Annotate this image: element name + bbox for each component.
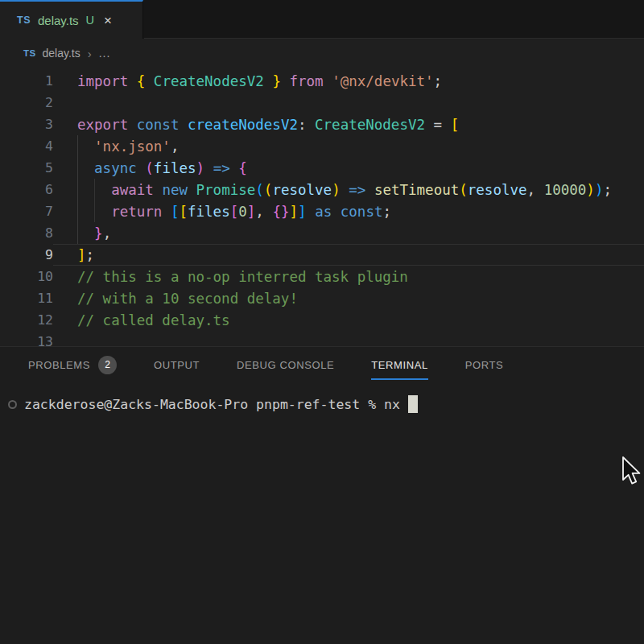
code-line[interactable]: 12// called delay.ts [0,309,644,331]
panel-tab-label: DEBUG CONSOLE [237,359,334,371]
code-text: import { CreateNodesV2 } from '@nx/devki… [53,73,442,89]
code-text: // this is a no-op interred task plugin [53,269,408,285]
terminal-prompt: zackderose@Zacks-MacBook-Pro pnpm-ref-te… [24,397,400,412]
line-number: 4 [0,138,53,154]
terminal[interactable]: zackderose@Zacks-MacBook-Pro pnpm-ref-te… [0,393,644,415]
panel-tab-label: OUTPUT [154,359,200,371]
code-line[interactable]: 6 await new Promise((resolve) => setTime… [0,179,644,200]
terminal-cursor [408,395,418,413]
line-number: 2 [0,95,53,110]
line-number: 1 [0,73,53,89]
panel-tab-terminal[interactable]: TERMINAL [371,347,428,382]
breadcrumb-symbol-ellipsis[interactable]: ... [99,47,111,60]
code-text: export const createNodesV2: CreateNodesV… [53,117,459,133]
line-number: 7 [0,204,53,219]
problems-count-badge: 2 [98,356,117,374]
panel-tab-label: PROBLEMS [28,359,90,371]
line-number: 11 [0,291,53,306]
panel-tab-bar: PROBLEMS2OUTPUTDEBUG CONSOLETERMINALPORT… [0,347,644,382]
breadcrumb: TS delay.ts › ... [0,39,644,68]
line-number: 6 [0,182,53,197]
code-line[interactable]: 1import { CreateNodesV2 } from '@nx/devk… [0,70,644,92]
tab-label: delay.ts [38,14,79,27]
typescript-file-icon: TS [23,48,36,58]
code-text: // called delay.ts [53,312,230,328]
terminal-command-decoration-icon [8,400,17,409]
vscode-window: { "colors": { "pink": "#c586c0", "blue":… [0,0,644,644]
code-line[interactable]: 3export const createNodesV2: CreateNodes… [0,114,644,135]
code-line[interactable]: 7 return [[files[0], {}]] as const; [0,200,644,222]
code-line[interactable]: 9]; [0,244,644,266]
chevron-right-icon: › [88,47,92,60]
code-line[interactable]: 11// with a 10 second delay! [0,287,644,309]
close-icon[interactable]: × [104,14,112,27]
line-number: 9 [0,247,53,262]
breadcrumb-file[interactable]: delay.ts [43,47,80,60]
line-number: 12 [0,312,53,328]
line-number: 8 [0,225,53,241]
code-line[interactable]: 2 [0,92,644,114]
panel-tab-problems[interactable]: PROBLEMS2 [28,347,117,382]
panel-tab-ports[interactable]: PORTS [465,347,504,382]
code-text: 'nx.json', [53,138,179,155]
code-text: return [[files[0], {}]] as const; [53,204,391,220]
panel-tab-label: TERMINAL [371,359,428,371]
code-text: async (files) => { [53,160,247,176]
code-line[interactable]: 5 async (files) => { [0,157,644,179]
line-number: 5 [0,160,53,175]
line-number: 13 [0,334,53,346]
panel-tab-output[interactable]: OUTPUT [154,347,200,382]
code-text: ]; [53,247,94,263]
code-line[interactable]: 13 [0,331,644,346]
code-text: // with a 10 second delay! [53,291,298,307]
editor[interactable]: 1import { CreateNodesV2 } from '@nx/devk… [0,68,644,346]
panel-tab-debug-console[interactable]: DEBUG CONSOLE [237,347,334,382]
code-line[interactable]: 8 }, [0,222,644,244]
tab-delay-ts[interactable]: TS delay.ts U × [0,0,143,39]
code-text: }, [53,225,111,242]
bottom-panel: PROBLEMS2OUTPUTDEBUG CONSOLETERMINALPORT… [0,346,644,644]
code-line[interactable]: 10// this is a no-op interred task plugi… [0,266,644,287]
typescript-file-icon: TS [17,14,31,26]
code-line[interactable]: 4 'nx.json', [0,135,644,157]
git-untracked-badge: U [86,14,94,27]
line-number: 10 [0,269,53,284]
editor-tab-bar: TS delay.ts U × [0,0,644,39]
panel-tab-label: PORTS [465,359,504,371]
line-number: 3 [0,117,53,132]
code-text: await new Promise((resolve) => setTimeou… [53,182,612,198]
